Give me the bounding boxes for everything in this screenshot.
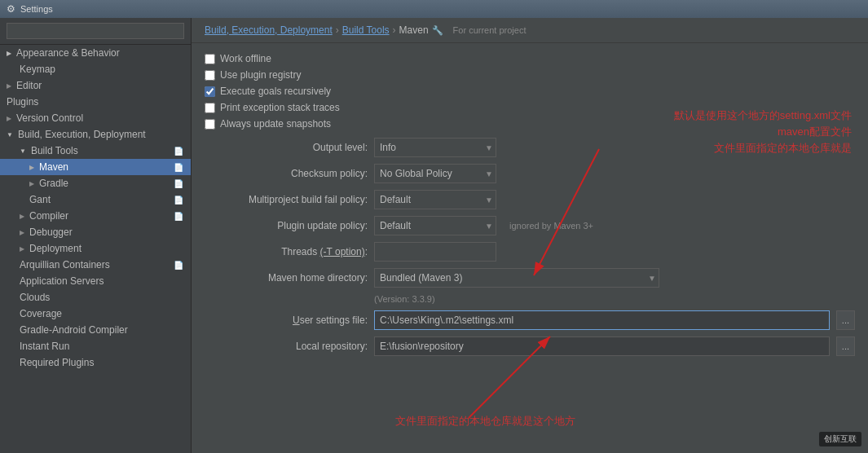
title-bar: ⚙ Settings [0, 0, 868, 18]
use-plugin-registry-row: Use plugin registry [205, 69, 855, 81]
arquillian-icon: 📄 [173, 259, 184, 270]
user-settings-input[interactable] [374, 310, 830, 330]
annotation-text-3: 文件里面指定的本地仓库就是 [714, 141, 852, 156]
local-repo-row: Local repository: ... [205, 336, 855, 356]
output-level-select[interactable]: Info Quiet Debug [374, 138, 496, 157]
compiler-icon: 📄 [173, 210, 184, 222]
sidebar-item-gant[interactable]: Gant 📄 [0, 191, 191, 208]
triangle-icon: ▶ [29, 164, 34, 171]
build-tools-icon: 📄 [173, 145, 184, 156]
triangle-icon: ▶ [20, 213, 24, 220]
sidebar-item-appearance[interactable]: ▶ Appearance & Behavior [0, 45, 191, 61]
local-repo-label: Local repository: [205, 341, 368, 352]
sidebar-item-app-servers[interactable]: Application Servers [0, 273, 191, 289]
maven-home-select[interactable]: Bundled (Maven 3) [374, 268, 659, 288]
triangle-icon: ▶ [20, 245, 24, 253]
breadcrumb-part-2[interactable]: Build Tools [342, 24, 390, 36]
app-icon: ⚙ [7, 3, 15, 15]
sidebar-item-clouds[interactable]: Clouds [0, 289, 191, 306]
user-settings-browse-button[interactable]: ... [836, 310, 855, 330]
triangle-icon: ▶ [7, 115, 11, 122]
project-icon: 🔧 [432, 25, 443, 36]
sidebar-item-compiler[interactable]: ▶ Compiler 📄 [0, 208, 191, 224]
gant-icon: 📄 [173, 194, 184, 205]
sidebar: ▶ Appearance & Behavior Keymap ▶ Editor … [0, 18, 192, 453]
search-input[interactable] [7, 23, 184, 39]
sidebar-item-keymap[interactable]: Keymap [0, 61, 191, 77]
threads-input[interactable] [374, 242, 496, 262]
use-plugin-registry-checkbox[interactable] [205, 70, 215, 81]
annotation-text-4: 文件里面指定的本地仓库就是这个地方 [395, 414, 575, 429]
sidebar-item-instant-run[interactable]: Instant Run [0, 338, 191, 354]
multiproject-select[interactable]: Default At End Never [374, 190, 496, 209]
ignored-note: ignored by Maven 3+ [509, 221, 593, 231]
triangle-icon: ▼ [7, 131, 13, 139]
maven-icon: 📄 [173, 161, 184, 173]
sidebar-item-deployment[interactable]: ▶ Deployment [0, 240, 191, 257]
plugin-update-row: Plugin update policy: Default Force Neve… [205, 216, 855, 235]
always-update-label[interactable]: Always update snapshots [220, 118, 331, 130]
sidebar-item-build-exec-deploy[interactable]: ▼ Build, Execution, Deployment [0, 126, 191, 143]
breadcrumb-part-3: Maven [399, 24, 429, 36]
version-note: (Version: 3.3.9) [205, 294, 855, 304]
plugin-update-select[interactable]: Default Force Never [374, 216, 496, 235]
sidebar-item-build-tools[interactable]: ▼ Build Tools 📄 [0, 143, 191, 159]
sidebar-item-coverage[interactable]: Coverage [0, 306, 191, 322]
triangle-icon: ▶ [7, 50, 11, 57]
sidebar-item-plugins[interactable]: Plugins [0, 94, 191, 110]
sidebar-item-version-control[interactable]: ▶ Version Control [0, 110, 191, 126]
always-update-checkbox[interactable] [205, 119, 215, 130]
use-plugin-registry-label[interactable]: Use plugin registry [220, 69, 301, 81]
execute-goals-row: Execute goals recursively [205, 86, 855, 97]
triangle-icon: ▶ [7, 82, 11, 90]
breadcrumb: Build, Execution, Deployment › Build Too… [192, 18, 868, 43]
maven-home-row: Maven home directory: Bundled (Maven 3) … [205, 268, 855, 288]
output-level-label: Output level: [205, 142, 368, 153]
annotation-text-2: maven配置文件 [778, 125, 852, 139]
checksum-policy-select[interactable]: No Global Policy Fail Warn [374, 164, 496, 183]
breadcrumb-part-1[interactable]: Build, Execution, Deployment [205, 24, 333, 36]
user-settings-label: User settings file: [205, 314, 368, 326]
threads-label: Threads (-T option): [205, 246, 368, 257]
sidebar-item-gradle-android[interactable]: Gradle-Android Compiler [0, 322, 191, 338]
multiproject-label: Multiproject build fail policy: [205, 194, 368, 205]
title-text: Settings [20, 4, 53, 14]
triangle-icon: ▼ [20, 147, 26, 155]
local-repo-browse-button[interactable]: ... [836, 336, 855, 356]
sidebar-item-required-plugins[interactable]: Required Plugins [0, 354, 191, 371]
gradle-icon: 📄 [173, 178, 184, 189]
content-area: Build, Execution, Deployment › Build Too… [192, 18, 868, 453]
execute-goals-label[interactable]: Execute goals recursively [220, 86, 331, 97]
print-exception-label[interactable]: Print exception stack traces [220, 102, 340, 113]
sidebar-item-debugger[interactable]: ▶ Debugger [0, 224, 191, 240]
sidebar-item-arquillian[interactable]: Arquillian Containers 📄 [0, 257, 191, 273]
user-settings-row: User settings file: ... [205, 310, 855, 330]
for-project-label: For current project [453, 25, 527, 35]
work-offline-checkbox[interactable] [205, 54, 215, 64]
print-exception-checkbox[interactable] [205, 103, 215, 113]
sidebar-item-gradle[interactable]: ▶ Gradle 📄 [0, 175, 191, 191]
triangle-icon: ▶ [20, 229, 24, 236]
multiproject-row: Multiproject build fail policy: Default … [205, 190, 855, 209]
sidebar-item-editor[interactable]: ▶ Editor [0, 77, 191, 94]
checksum-policy-row: Checksum policy: No Global Policy Fail W… [205, 164, 855, 183]
watermark: 创新互联 [819, 432, 861, 446]
threads-row: Threads (-T option): [205, 242, 855, 262]
triangle-icon: ▶ [29, 180, 34, 187]
sidebar-item-maven[interactable]: ▶ Maven 📄 [0, 159, 191, 175]
maven-home-label: Maven home directory: [205, 272, 368, 284]
annotation-text-1: 默认是使用这个地方的setting.xml文件 [674, 108, 852, 123]
execute-goals-checkbox[interactable] [205, 86, 215, 97]
work-offline-label[interactable]: Work offline [220, 53, 271, 64]
work-offline-row: Work offline [205, 53, 855, 64]
plugin-update-label: Plugin update policy: [205, 220, 368, 231]
checksum-policy-label: Checksum policy: [205, 168, 368, 179]
local-repo-input[interactable] [374, 336, 830, 356]
